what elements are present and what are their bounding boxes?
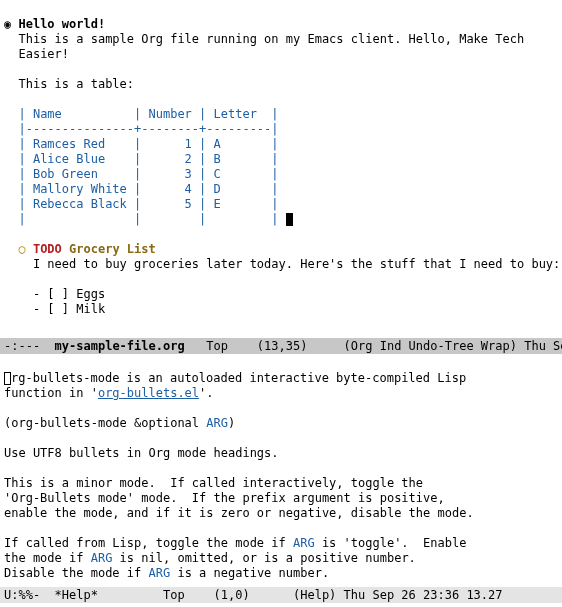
help-text: Disable the mode if (4, 566, 149, 580)
cursor-icon (286, 213, 293, 226)
help-text: This is a minor mode. If called interact… (4, 476, 423, 490)
cursor-hollow-icon (4, 372, 11, 385)
table-row: | Bob Green | 3 | C | (18, 167, 278, 181)
table-row: | Ramces Red | 1 | A | (18, 137, 278, 151)
help-text: rg-bullets-mode is an autoloaded interac… (11, 371, 466, 385)
help-text: ) (228, 416, 235, 430)
arg-name: ARG (293, 536, 315, 550)
heading-level1: Hello world! (18, 17, 105, 31)
bullet-level2-icon: ○ (18, 242, 32, 256)
help-text: '. (199, 386, 213, 400)
modeline-help[interactable]: U:%%- *Help* Top (1,0) (Help) Thu Sep 26… (0, 587, 562, 603)
bullet-level1-icon: ◉ (4, 17, 18, 31)
arg-name: ARG (206, 416, 228, 430)
body-text: I need to buy groceries later today. Her… (33, 257, 560, 271)
modeline-top[interactable]: -:--- my-sample-file.org Top (13,35) (Or… (0, 338, 562, 354)
help-text: is nil, omitted, or is a positive number… (112, 551, 415, 565)
table-header-row: | Name | Number | Letter | (18, 107, 278, 121)
table-intro: This is a table: (18, 77, 134, 91)
body-text: This is a sample Org file running on my … (4, 32, 524, 46)
help-text: If called from Lisp, toggle the mode if (4, 536, 293, 550)
help-text: 'Org-Bullets mode' mode. If the prefix a… (4, 491, 445, 505)
help-text: (org-bullets-mode &optional (4, 416, 206, 430)
table-divider: |---------------+--------+---------| (18, 122, 278, 136)
checkbox-empty-icon[interactable]: [ ] (47, 287, 69, 301)
table-row: | | | | (18, 212, 278, 226)
help-text: is 'toggle'. Enable (315, 536, 467, 550)
help-text: Use UTF8 bullets in Org mode headings. (4, 446, 279, 460)
checkbox-empty-icon[interactable]: [ ] (47, 302, 69, 316)
todo-keyword: TODO (33, 242, 62, 256)
help-text: the mode if (4, 551, 91, 565)
help-text: enable the mode, and if it is zero or ne… (4, 506, 474, 520)
arg-name: ARG (91, 551, 113, 565)
list-item: Eggs (76, 287, 105, 301)
modeline-text: U:%%- *Help* Top (1,0) (Help) Thu Sep 26… (4, 588, 553, 602)
table-row: | Alice Blue | 2 | B | (18, 152, 278, 166)
table-row: | Mallory White | 4 | D | (18, 182, 278, 196)
list-item: Milk (76, 302, 105, 316)
table-row: | Rebecca Black | 5 | E | (18, 197, 278, 211)
help-text: function in ' (4, 386, 98, 400)
help-buffer[interactable]: rg-bullets-mode is an autoloaded interac… (0, 354, 562, 587)
arg-name: ARG (149, 566, 171, 580)
body-text: Easier! (18, 47, 69, 61)
modeline-left: -:--- (4, 339, 55, 353)
modeline-right: Top (13,35) (Org Ind Undo-Tree Wrap) Thu… (185, 339, 562, 353)
heading-level2: Grocery List (69, 242, 156, 256)
link-org-bullets-el[interactable]: org-bullets.el (98, 386, 199, 400)
buffer-name: my-sample-file.org (55, 339, 185, 353)
help-text: is a negative number. (170, 566, 329, 580)
org-buffer[interactable]: ◉ Hello world! This is a sample Org file… (0, 0, 562, 338)
